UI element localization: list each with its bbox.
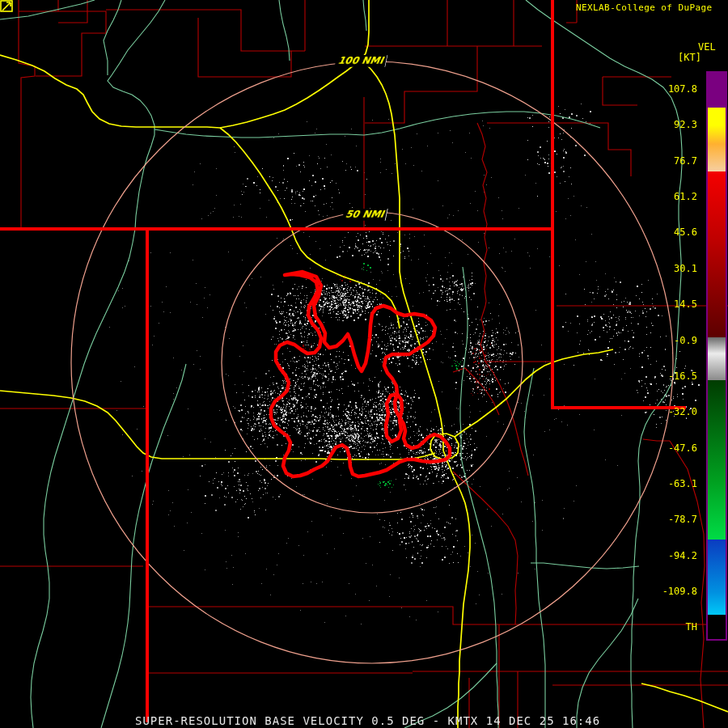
- colorbar-tick-label: 76.7: [647, 155, 697, 167]
- lake-outline-layer: [271, 272, 450, 476]
- colorbar-tick-label: -47.6: [647, 442, 697, 454]
- colorbar-tick-label: -32.0: [647, 406, 697, 417]
- colorbar-tick-label: 30.1: [647, 263, 697, 274]
- colorbar-tick-label: -16.5: [647, 370, 697, 382]
- colorbar-tick-label: 61.2: [647, 191, 697, 202]
- product-title: SUPER-RESOLUTION BASE VELOCITY 0.5 DEG -…: [135, 714, 600, 727]
- range-ring-label-100nmi: 100 NMI: [335, 55, 387, 66]
- map-overlay: [0, 0, 728, 728]
- radar-display: NEXLAB-College of DuPage VEL [KT] 107.89…: [0, 0, 728, 728]
- state-borders-layer: [0, 0, 684, 721]
- colorbar-tick-label: 92.3: [647, 119, 697, 130]
- colorbar-gradient: [706, 71, 727, 641]
- range-rings-layer: [71, 61, 673, 663]
- colorbar-tick-label: TH: [647, 621, 697, 633]
- colorbar-title: VEL: [698, 41, 716, 53]
- rivers-layer: [0, 0, 682, 728]
- colorbar-tick-label: -94.2: [647, 550, 697, 561]
- range-ring-label-50nmi: 50 NMI: [342, 209, 387, 220]
- colorbar-tick-label: 107.8: [647, 83, 697, 95]
- colorbar-tick-label: 14.5: [647, 298, 697, 310]
- colorbar-tick-label: -0.9: [647, 335, 697, 346]
- colorbar-tick-label: -109.8: [647, 586, 697, 597]
- colorbar-tick-label: 45.6: [647, 226, 697, 238]
- colorbar-tick-label: -78.7: [647, 514, 697, 525]
- brand-label: NEXLAB-College of DuPage: [576, 2, 713, 13]
- colorbar-tick-label: -63.1: [647, 478, 697, 489]
- colorbar-units: [KT]: [678, 52, 701, 63]
- cod-logo-icon: [0, 0, 14, 13]
